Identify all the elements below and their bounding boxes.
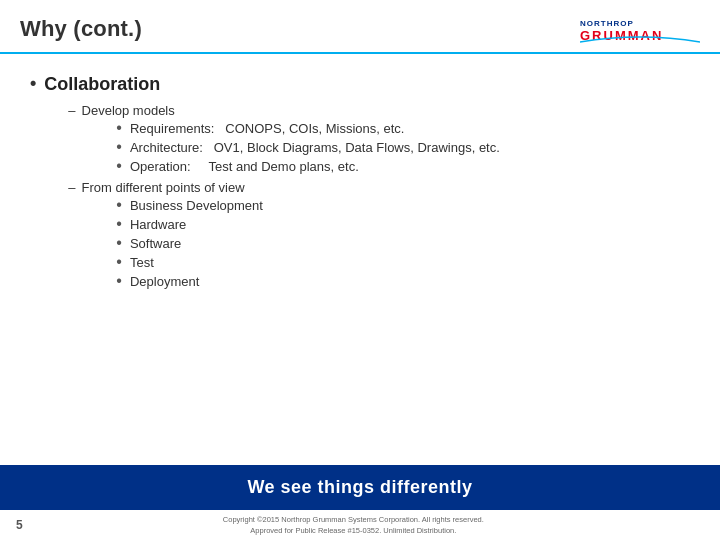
bullet-dot: •	[116, 197, 122, 213]
page-number: 5	[16, 518, 23, 532]
points-of-view-dash: – From different points of view	[68, 180, 690, 195]
bullet-dot: •	[116, 120, 122, 136]
bullet-dot: •	[116, 139, 122, 155]
deployment-item: • Deployment	[116, 274, 690, 289]
bullet-dot: •	[116, 254, 122, 270]
collaboration-content: Collaboration – Develop models • Require…	[44, 74, 690, 295]
requirements-label: Requirements: CONOPS, COIs, Missions, et…	[130, 121, 405, 136]
copyright-line1: Copyright ©2015 Northrop Grumman Systems…	[23, 514, 684, 525]
footer-banner: We see things differently	[0, 465, 720, 510]
svg-text:NORTHROP: NORTHROP	[580, 19, 634, 28]
requirements-item: • Requirements: CONOPS, COIs, Missions, …	[116, 121, 690, 136]
main-content: • Collaboration – Develop models • Requi…	[0, 54, 720, 465]
slide: Why (cont.) NORTHROP GRUMMAN • Collabora…	[0, 0, 720, 540]
software-item: • Software	[116, 236, 690, 251]
points-of-view-label: From different points of view	[82, 180, 245, 195]
header: Why (cont.) NORTHROP GRUMMAN	[0, 0, 720, 54]
hardware-label: Hardware	[130, 217, 186, 232]
business-dev-item: • Business Development	[116, 198, 690, 213]
operation-item: • Operation: Test and Demo plans, etc.	[116, 159, 690, 174]
bullet-dot: •	[116, 158, 122, 174]
copyright: Copyright ©2015 Northrop Grumman Systems…	[23, 514, 684, 537]
bottom-bar: 5 Copyright ©2015 Northrop Grumman Syste…	[0, 510, 720, 541]
collaboration-section: • Collaboration – Develop models • Requi…	[30, 74, 690, 295]
architecture-label: Architecture: OV1, Block Diagrams, Data …	[130, 140, 500, 155]
collaboration-bullet: •	[30, 73, 36, 94]
develop-models-bullets: • Requirements: CONOPS, COIs, Missions, …	[116, 121, 690, 174]
operation-label: Operation: Test and Demo plans, etc.	[130, 159, 359, 174]
test-label: Test	[130, 255, 154, 270]
hardware-item: • Hardware	[116, 217, 690, 232]
deployment-label: Deployment	[130, 274, 199, 289]
bullet-dot: •	[116, 273, 122, 289]
slide-title: Why (cont.)	[20, 16, 142, 42]
bullet-dot: •	[116, 216, 122, 232]
collaboration-title: Collaboration	[44, 74, 690, 95]
points-of-view-bullets: • Business Development • Hardware • Soft…	[116, 198, 690, 289]
dash-icon: –	[68, 103, 75, 118]
architecture-item: • Architecture: OV1, Block Diagrams, Dat…	[116, 140, 690, 155]
bullet-dot: •	[116, 235, 122, 251]
develop-models-group: – Develop models • Requirements: CONOPS,…	[68, 103, 690, 174]
test-item: • Test	[116, 255, 690, 270]
dash-icon-2: –	[68, 180, 75, 195]
develop-models-label: Develop models	[82, 103, 175, 118]
points-of-view-group: – From different points of view • Busine…	[68, 180, 690, 289]
logo-svg: NORTHROP GRUMMAN	[580, 14, 700, 44]
software-label: Software	[130, 236, 181, 251]
footer-banner-text: We see things differently	[247, 477, 472, 497]
develop-models-dash: – Develop models	[68, 103, 690, 118]
business-dev-label: Business Development	[130, 198, 263, 213]
logo: NORTHROP GRUMMAN	[580, 14, 700, 44]
copyright-line2: Approved for Public Release #15-0352. Un…	[23, 525, 684, 536]
